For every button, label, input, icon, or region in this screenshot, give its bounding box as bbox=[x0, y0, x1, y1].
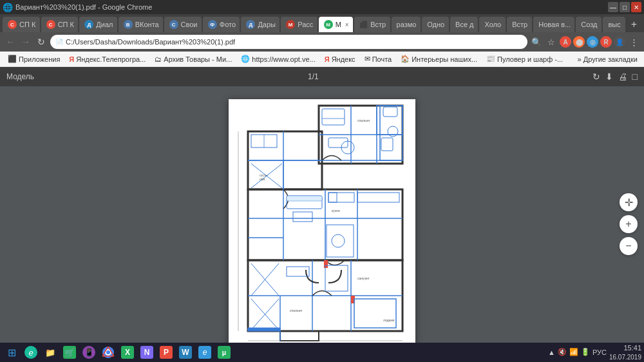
svg-text:кухня: кухня bbox=[332, 209, 340, 213]
chrome-logo: 🌐 bbox=[3, 3, 13, 12]
tab-size[interactable]: размо bbox=[392, 17, 421, 32]
tab-favicon-rass: М bbox=[286, 20, 295, 29]
tab-active[interactable]: М М × bbox=[319, 17, 354, 32]
bookmark-star-icon[interactable]: ☆ bbox=[545, 35, 558, 48]
bookmark-apps-label: Приложения bbox=[19, 55, 60, 63]
tab-close-active[interactable]: × bbox=[345, 21, 349, 28]
bookmark-mail-label: Почта bbox=[372, 55, 392, 63]
tab-label-vys: выс bbox=[608, 21, 620, 28]
adblock-icon[interactable]: А bbox=[560, 36, 571, 48]
tab-label-foto: Фото bbox=[220, 21, 236, 28]
chrome-icon bbox=[102, 346, 115, 359]
taskbar-explorer[interactable]: 📁 bbox=[41, 344, 59, 361]
tab-svoi[interactable]: С Свои bbox=[164, 17, 202, 32]
taskbar: ⊞ e 📁 🛒 📱 X N P W e µ bbox=[0, 343, 644, 362]
ext1-icon[interactable]: ⬤ bbox=[573, 36, 585, 48]
sys-tray-lang[interactable]: РУС bbox=[592, 348, 607, 356]
pdf-download-button[interactable]: ⬇ bbox=[605, 71, 613, 82]
address-bar-right: 🔍 ☆ А ⬤ ◎ R 👤 ⋮ bbox=[530, 35, 640, 48]
taskbar-app1[interactable]: 🛒 bbox=[61, 344, 79, 361]
tab-rass[interactable]: М Расс bbox=[281, 17, 317, 32]
url-box[interactable]: 📄 C:/Users/Dasha/Downloads/Вариант%203%2… bbox=[50, 35, 527, 49]
maximize-button[interactable]: □ bbox=[620, 2, 630, 12]
tab-vys[interactable]: выс bbox=[603, 17, 625, 32]
pdf-toolbar: Модель 1/1 ↻ ⬇ 🖨 □ bbox=[0, 67, 644, 86]
reload-button[interactable]: ↻ bbox=[35, 35, 48, 48]
forward-button[interactable]: → bbox=[19, 35, 32, 48]
bookmarks-more[interactable]: » Другие закладки bbox=[575, 55, 640, 63]
taskbar-edge[interactable]: e bbox=[196, 344, 214, 361]
ext3-icon[interactable]: R bbox=[600, 36, 612, 48]
back-button[interactable]: ← bbox=[4, 35, 17, 48]
file-icon: 📄 bbox=[55, 39, 63, 46]
tab-vstr[interactable]: Встр bbox=[507, 17, 532, 32]
bookmark-pullover[interactable]: 📰 Пуловер и шарф -... bbox=[482, 53, 567, 66]
tab-vk1[interactable]: В ВКонта bbox=[118, 17, 163, 32]
start-button[interactable]: ⊞ bbox=[3, 344, 21, 361]
taskbar-onenote[interactable]: N bbox=[138, 344, 156, 361]
ppt-icon: P bbox=[160, 346, 173, 359]
tab-sp2[interactable]: С СП К bbox=[41, 17, 79, 32]
pdf-print-button[interactable]: 🖨 bbox=[618, 71, 627, 82]
pdf-refresh-button[interactable]: ↻ bbox=[592, 71, 600, 82]
bookmark-yandex-tv[interactable]: Я Яндекс.Телепрогра... bbox=[65, 53, 149, 66]
sys-tray-battery[interactable]: 🔋 bbox=[581, 348, 590, 356]
tab-label-sozd: Созд bbox=[581, 21, 597, 28]
taskbar-utorrent[interactable]: µ bbox=[215, 344, 233, 361]
bookmark-archive[interactable]: 🗂 Архив Товары - Ми... bbox=[151, 53, 236, 66]
pan-button[interactable]: ✛ bbox=[620, 193, 638, 211]
bookmark-interior[interactable]: 🏠 Интерьеры наших... bbox=[397, 53, 481, 66]
bookmark-opt-icon: 🌐 bbox=[241, 55, 250, 63]
new-tab-button[interactable]: + bbox=[627, 17, 641, 32]
tab-foto[interactable]: Ф Фото bbox=[203, 17, 240, 32]
taskbar-ie[interactable]: e bbox=[22, 344, 40, 361]
tab-label-vse: Все д bbox=[455, 21, 473, 28]
floor-plan-svg: гость- ная спальня кухня спальня санузел… bbox=[229, 99, 415, 347]
tab-label-active: М bbox=[336, 21, 341, 28]
bookmark-apps[interactable]: ⬛ Приложения bbox=[4, 53, 64, 66]
bookmark-mail[interactable]: ✉ Почта bbox=[361, 53, 396, 66]
tab-xol[interactable]: Холо bbox=[479, 17, 506, 32]
tab-sp1[interactable]: С СП К bbox=[3, 17, 40, 32]
sys-tray-icon1[interactable]: 🔇 bbox=[558, 348, 567, 356]
tab-odnok[interactable]: Одно bbox=[422, 17, 449, 32]
tab-extra[interactable]: ⬛ Встр bbox=[354, 17, 390, 32]
zoom-out-button[interactable]: − bbox=[620, 237, 638, 255]
address-bar: ← → ↻ 📄 C:/Users/Dasha/Downloads/Вариант… bbox=[0, 32, 644, 52]
tab-label-sp2: СП К bbox=[58, 21, 74, 28]
tab-favicon-dial: Д bbox=[84, 20, 93, 29]
search-icon[interactable]: 🔍 bbox=[530, 35, 543, 48]
tab-nov[interactable]: Новая в... bbox=[533, 17, 574, 32]
close-button[interactable]: ✕ bbox=[631, 2, 641, 12]
bookmark-opt[interactable]: 🌐 https://www.opt.ve... bbox=[237, 53, 319, 66]
sys-tray-network[interactable]: 📶 bbox=[569, 348, 578, 356]
taskbar-viber[interactable]: 📱 bbox=[80, 344, 98, 361]
svg-text:санузел: санузел bbox=[357, 276, 369, 280]
pdf-fullscreen-button[interactable]: □ bbox=[632, 71, 638, 82]
tab-dial[interactable]: Д Диал bbox=[79, 17, 117, 32]
word-icon: W bbox=[179, 346, 192, 359]
taskbar-ppt[interactable]: P bbox=[157, 344, 175, 361]
avatar-icon[interactable]: 👤 bbox=[614, 36, 625, 48]
tab-favicon-sp1: С bbox=[8, 20, 17, 29]
minimize-button[interactable]: — bbox=[608, 2, 618, 12]
menu-icon[interactable]: ⋮ bbox=[627, 35, 640, 48]
bookmark-interior-label: Интерьеры наших... bbox=[412, 55, 477, 63]
tab-label-sp1: СП К bbox=[19, 21, 35, 28]
bookmark-yandex[interactable]: Я Яндекс bbox=[321, 53, 359, 66]
tab-label-vstr: Встр bbox=[512, 21, 527, 28]
title-bar-left: 🌐 Вариант%203%20(1).pdf - Google Chrome bbox=[3, 3, 152, 12]
ext2-icon[interactable]: ◎ bbox=[587, 36, 598, 48]
tab-vse[interactable]: Все д bbox=[450, 17, 478, 32]
tab-label-svoi: Свои bbox=[181, 21, 198, 28]
clock[interactable]: 15:41 16.07.2019 bbox=[609, 343, 641, 361]
tab-dary[interactable]: Д Дары bbox=[241, 17, 279, 32]
url-text: C:/Users/Dasha/Downloads/Вариант%203%20(… bbox=[66, 38, 235, 46]
tab-sozd[interactable]: Созд bbox=[576, 17, 601, 32]
tab-label-nov: Новая в... bbox=[538, 21, 571, 28]
zoom-in-button[interactable]: + bbox=[620, 215, 638, 233]
taskbar-word[interactable]: W bbox=[176, 344, 194, 361]
sys-tray-arrow[interactable]: ▲ bbox=[548, 348, 555, 356]
taskbar-chrome[interactable] bbox=[99, 344, 117, 361]
taskbar-excel[interactable]: X bbox=[118, 344, 137, 361]
